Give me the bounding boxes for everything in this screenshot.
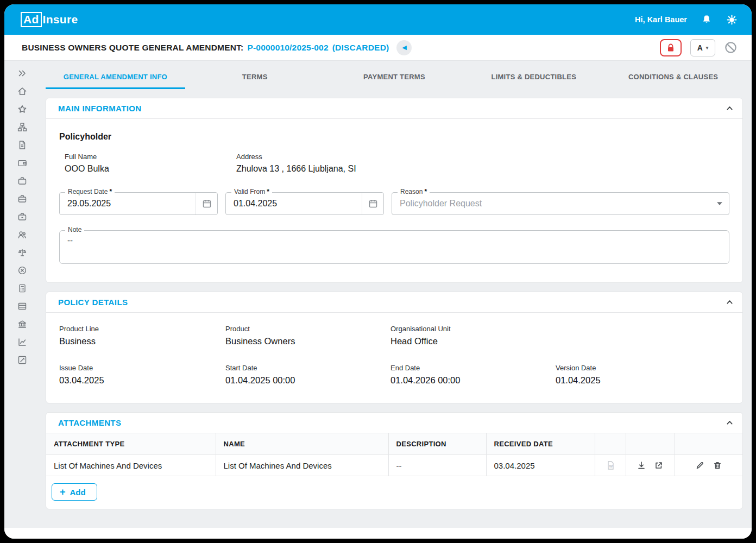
settings-gear-icon[interactable]: [726, 14, 738, 26]
column-edit-actions: [675, 433, 742, 455]
request-date-value: 29.05.2025: [60, 199, 196, 209]
briefcase-products-icon[interactable]: [17, 194, 27, 204]
collapse-attachments-icon[interactable]: [726, 419, 734, 427]
product-field: Product Business Owners: [225, 325, 390, 346]
attachment-row: List Of Machines And Devices List Of Mac…: [46, 455, 742, 476]
brand-insure-text: Insure: [43, 13, 78, 26]
collapse-policy-details-icon[interactable]: [726, 298, 734, 306]
calculator-icon[interactable]: [17, 283, 27, 293]
full-name-field: Full Name OOO Bulka: [59, 153, 231, 174]
attachment-type-cell: List Of Machines And Devices: [46, 455, 216, 476]
issue-date-label: Issue Date: [59, 364, 225, 372]
home-icon[interactable]: [17, 86, 27, 96]
address-field: Address Zhulova 13 , 1666 Ljubljana, SI: [231, 153, 356, 174]
tab-conditions-clauses[interactable]: CONDITIONS & CLAUSES: [603, 66, 743, 89]
product-line-label: Product Line: [59, 325, 225, 333]
collapse-back-button[interactable]: ◀: [396, 40, 412, 55]
notifications-bell-icon[interactable]: [701, 14, 712, 25]
expand-sidebar-icon[interactable]: [17, 68, 27, 78]
customers-icon[interactable]: [17, 230, 27, 239]
hierarchy-icon[interactable]: [17, 122, 27, 132]
full-name-value: OOO Bulka: [65, 164, 231, 174]
plus-icon: +: [60, 487, 66, 497]
required-asterisk: *: [267, 188, 269, 195]
briefcase-policies-icon[interactable]: [17, 176, 27, 186]
page-title: BUSINESS OWNERS QUOTE GENERAL AMENDMENT:…: [22, 43, 389, 53]
wallet-icon[interactable]: [17, 158, 27, 168]
reason-chevron-down-icon: [710, 199, 729, 208]
main-content: GENERAL AMENDMENT INFO TERMS PAYMENT TER…: [40, 61, 752, 528]
address-label: Address: [236, 153, 356, 161]
end-date-value: 01.04.2026 00:00: [390, 375, 556, 386]
reason-value: Policyholder Request: [392, 199, 710, 209]
download-icon[interactable]: [637, 460, 646, 470]
add-button-label: Add: [70, 488, 86, 497]
reports-chart-icon[interactable]: [17, 337, 27, 347]
required-asterisk: *: [109, 188, 112, 195]
collapse-main-information-icon[interactable]: [726, 104, 734, 112]
note-input[interactable]: Note --: [59, 230, 729, 264]
version-date-value: 01.04.2025: [556, 375, 729, 386]
footer-strip: [4, 528, 752, 539]
word-document-icon: W: [606, 460, 615, 470]
page-title-text: BUSINESS OWNERS QUOTE GENERAL AMENDMENT:: [22, 43, 243, 53]
reason-dropdown[interactable]: Reason* Policyholder Request: [392, 192, 729, 215]
attachment-name-cell: List Of Machines And Devices: [216, 455, 388, 476]
tab-terms[interactable]: TERMS: [185, 66, 325, 89]
organisational-unit-value: Head Office: [390, 336, 556, 346]
scales-icon[interactable]: [17, 248, 27, 257]
svg-text:W: W: [609, 464, 613, 468]
full-name-label: Full Name: [65, 153, 231, 161]
end-date-label: End Date: [390, 364, 556, 372]
valid-from-input[interactable]: Valid From* 01.04.2025: [225, 192, 384, 215]
favorites-star-icon[interactable]: [17, 104, 27, 114]
tab-bar: GENERAL AMENDMENT INFO TERMS PAYMENT TER…: [46, 66, 743, 89]
add-attachment-button[interactable]: + Add: [52, 483, 97, 501]
tab-limits-deductibles[interactable]: LIMITS & DEDUCTIBLES: [464, 66, 603, 89]
valid-from-calendar-icon[interactable]: [362, 193, 383, 214]
cancellations-icon[interactable]: [17, 266, 27, 275]
delete-trash-icon[interactable]: [713, 460, 722, 470]
column-attachment-type: ATTACHMENT TYPE: [46, 433, 216, 455]
attachments-table-header-row: ATTACHMENT TYPE NAME DESCRIPTION RECEIVE…: [46, 433, 742, 455]
amendment-version-dropdown[interactable]: A ▾: [690, 39, 715, 56]
attachment-received-date-cell: 03.04.2025: [486, 455, 595, 476]
tab-payment-terms[interactable]: PAYMENT TERMS: [325, 66, 464, 89]
edit-pencil-icon[interactable]: [695, 460, 705, 470]
attachment-description-cell: --: [388, 455, 486, 476]
start-date-label: Start Date: [225, 364, 390, 372]
start-date-field: Start Date 01.04.2025 00:00: [225, 364, 390, 386]
document-edit-icon[interactable]: [17, 140, 27, 150]
open-external-icon[interactable]: [654, 460, 664, 470]
column-file: [595, 433, 626, 455]
version-date-field: Version Date 01.04.2025: [556, 364, 729, 386]
organisational-unit-field: Organisational Unit Head Office: [390, 325, 556, 346]
brand-logo: AdInsure: [21, 12, 78, 27]
column-description: DESCRIPTION: [388, 433, 486, 455]
tab-general-amendment-info[interactable]: GENERAL AMENDMENT INFO: [46, 66, 185, 89]
issue-date-field: Issue Date 03.04.2025: [59, 364, 225, 386]
lock-button[interactable]: [660, 39, 682, 56]
note-label: Note: [68, 226, 81, 233]
user-greeting: Hi, Karl Bauer: [635, 15, 687, 24]
request-date-input[interactable]: Request Date* 29.05.2025: [59, 192, 218, 215]
bank-icon[interactable]: [17, 319, 27, 329]
product-value: Business Owners: [225, 336, 390, 346]
briefcase-claims-icon[interactable]: [17, 212, 27, 222]
version-label: A: [697, 43, 703, 52]
end-date-field: End Date 01.04.2026 00:00: [390, 364, 556, 386]
policy-details-title: POLICY DETAILS: [58, 298, 128, 307]
left-sidebar: [4, 61, 40, 528]
chevron-down-icon: ▾: [706, 45, 709, 50]
note-value: --: [67, 236, 73, 245]
records-icon[interactable]: [17, 301, 27, 311]
main-information-title: MAIN INFORMATION: [58, 104, 142, 113]
organisational-unit-label: Organisational Unit: [390, 325, 556, 333]
prohibited-icon[interactable]: [724, 41, 738, 54]
main-information-card: MAIN INFORMATION Policyholder Full Name …: [46, 98, 743, 283]
request-date-calendar-icon[interactable]: [196, 193, 217, 214]
attachments-table: ATTACHMENT TYPE NAME DESCRIPTION RECEIVE…: [46, 433, 742, 476]
product-line-field: Product Line Business: [59, 325, 225, 346]
tasks-edit-icon[interactable]: [17, 355, 27, 365]
valid-from-label: Valid From: [234, 188, 265, 195]
